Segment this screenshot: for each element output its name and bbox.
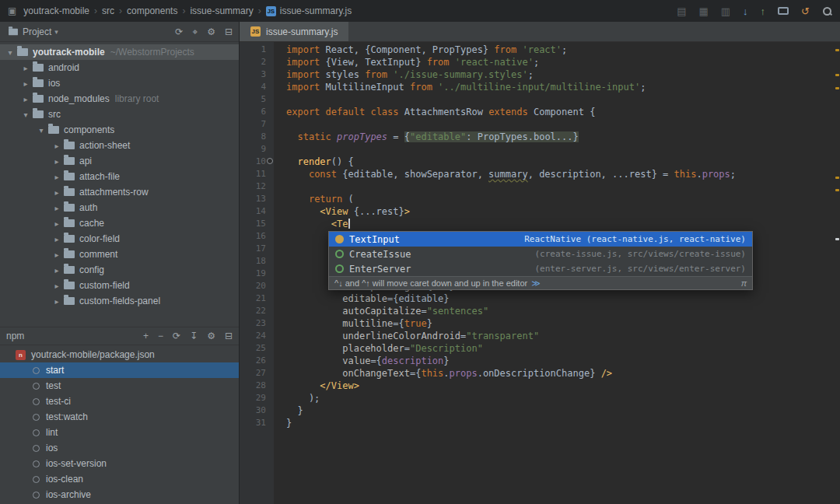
refresh-icon[interactable]: ⟳ [175,26,183,37]
chevron-right-icon[interactable]: ▸ [51,157,62,166]
npm-scripts-list: nyoutrack-mobile/package.jsonstarttestte… [0,345,239,504]
script-icon [33,414,40,421]
tree-item[interactable]: ▸android [0,60,239,75]
search-icon[interactable] [822,6,832,16]
settings-icon[interactable]: ⚙ [207,26,215,37]
tree-item[interactable]: ▸attachments-row [0,184,239,200]
npm-script-item[interactable]: ios-set-version [0,456,239,471]
breadcrumb-item[interactable]: src [100,5,117,16]
vcs-update-icon[interactable]: ↓ [743,6,748,16]
chevron-right-icon[interactable]: ▸ [51,142,62,150]
chevron-right-icon[interactable]: ▸ [20,95,31,103]
breadcrumb-separator: › [118,5,123,16]
chevron-right-icon[interactable]: ▸ [51,219,62,228]
tree-item[interactable]: ▾src [0,107,239,122]
tree-item[interactable]: ▸color-field [0,231,239,247]
chevron-down-icon[interactable]: ▾ [5,48,16,57]
breadcrumb-item[interactable]: youtrack-mobile [21,5,92,16]
hide-panel-icon[interactable]: ⊟ [225,26,233,37]
code-line [286,180,840,193]
tree-item[interactable]: ▸comment [0,247,239,262]
chevron-right-icon[interactable]: ▸ [20,64,31,72]
tree-item[interactable]: ▸ios [0,75,239,91]
completion-item[interactable]: CreateIssue(create-issue.js, src/views/c… [329,247,752,261]
toolbar-dim-icon-3[interactable]: ▥ [721,6,730,16]
editor-gutter[interactable]: 1234567891011121314151617181920212223242… [240,42,274,504]
tree-item[interactable]: ▸config [0,262,239,278]
breadcrumb-label: issue-summary.js [280,5,352,16]
undo-icon[interactable]: ↺ [801,6,810,16]
code-line: return ( [286,193,840,205]
class-icon [335,250,344,258]
chevron-right-icon[interactable]: ▸ [51,204,62,212]
tree-item[interactable]: ▸cache [0,215,239,231]
stripe-mark [835,87,839,89]
tree-item[interactable]: ▸custom-field [0,278,239,293]
chevron-right-icon[interactable]: ▸ [51,250,62,259]
line-number: 3 [240,68,266,81]
editor-tab[interactable]: JS issue-summary.js [240,22,348,41]
project-panel-title[interactable]: Project [23,26,51,37]
add-icon[interactable]: + [143,331,149,341]
tree-item[interactable]: ▸api [0,153,239,169]
npm-script-item[interactable]: ios [0,440,239,456]
chevron-right-icon[interactable]: ▸ [51,188,62,197]
completion-item[interactable]: TextInputReactNative (react-native.js, r… [329,232,752,247]
completion-item[interactable]: EnterServer(enter-server.js, src/views/e… [329,261,752,276]
titlebar: ▣ youtrack-mobile›src›components›issue-s… [0,0,840,22]
npm-script-item[interactable]: test:watch [0,409,239,425]
chevron-right-icon[interactable]: ▸ [51,235,62,243]
hide-panel-icon[interactable]: ⊟ [225,331,233,341]
npm-script-item[interactable]: start [0,362,239,378]
remove-icon[interactable]: − [158,331,163,341]
vcs-push-icon[interactable]: ↑ [761,6,766,16]
tree-item[interactable]: ▸node_moduleslibrary root [0,91,239,107]
code-line: multiline={true} [286,317,840,330]
chevron-down-icon[interactable]: ▾ [20,110,31,119]
code-line [286,143,840,156]
breadcrumb-item[interactable]: components [124,5,180,16]
npm-script-item[interactable]: ios-archive [0,487,239,502]
npm-panel-header: npm +−⟳↧⚙⊟ [0,327,239,345]
npm-package-row[interactable]: nyoutrack-mobile/package.json [0,347,239,362]
tree-item-label: color-field [79,233,120,244]
folder-icon [64,266,75,274]
script-icon [33,383,40,390]
chevron-right-icon[interactable]: ▸ [20,79,31,88]
chevron-right-icon[interactable]: ▸ [51,282,62,290]
chevron-down-icon[interactable]: ▾ [54,28,58,36]
tree-item[interactable]: ▾components [0,122,239,138]
tree-item[interactable]: ▾youtrack-mobile~/WebstormProjects [0,44,239,60]
tree-item[interactable]: ▸attach-file [0,169,239,184]
tree-item[interactable]: ▸auth [0,200,239,215]
toolbar-dim-icon-2[interactable]: ▦ [699,6,709,16]
settings-icon[interactable]: ⚙ [207,331,215,341]
npm-script-item[interactable]: ios-clean [0,471,239,487]
chevron-right-icon[interactable]: ▸ [51,266,62,275]
npm-script-item[interactable]: lint [0,425,239,440]
line-number: 26 [240,355,266,367]
chevron-right-icon[interactable]: ▸ [51,297,62,306]
chevron-down-icon[interactable]: ▾ [36,126,47,135]
sort-relevance-icon[interactable]: π [741,277,747,289]
locate-icon[interactable]: ⌖ [192,26,198,37]
npm-script-item[interactable]: test-ci [0,394,239,409]
line-number: 12 [240,180,266,193]
folder-icon [64,173,75,180]
monitor-icon[interactable] [778,7,789,15]
code-line: editable={editable} [286,292,840,305]
breadcrumb-item[interactable]: JSissue-summary.js [264,5,354,16]
line-number: 11 [240,168,266,180]
chevron-right-icon[interactable]: ▸ [51,173,62,181]
breadcrumb-item[interactable]: issue-summary [187,5,255,16]
toolbar-dim-icon-1[interactable]: ▤ [677,6,686,16]
navigate-icon[interactable]: ↧ [190,331,198,341]
completion-hint-link[interactable]: ≫ [531,277,541,289]
override-marker-icon[interactable] [267,158,273,164]
tree-item[interactable]: ▸action-sheet [0,138,239,153]
npm-script-item[interactable]: test [0,378,239,394]
refresh-icon[interactable]: ⟳ [173,331,180,341]
tree-item-suffix: ~/WebstormProjects [110,47,194,58]
tree-item[interactable]: ▸custom-fields-panel [0,293,239,309]
error-stripe[interactable] [834,42,840,504]
